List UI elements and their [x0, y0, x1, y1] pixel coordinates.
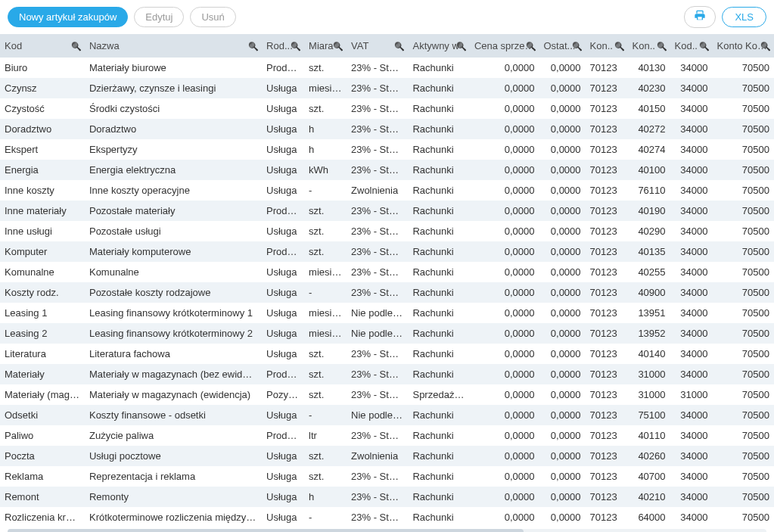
search-icon[interactable]: 🔍	[699, 41, 710, 51]
table-row[interactable]: PaliwoZużycie paliwaProduktltr23% - Staw…	[0, 425, 774, 446]
cell-kon1: 70123	[586, 487, 628, 507]
table-row[interactable]: Leasing 2Leasing finansowy krótkotermino…	[0, 323, 774, 344]
cell-kon2: 40110	[628, 425, 670, 446]
table-row[interactable]: ReklamaReprezentacja i reklamaUsługaszt.…	[0, 466, 774, 487]
cell-aktywny: Rachunki	[408, 507, 469, 527]
cell-kod: Reklama	[0, 466, 85, 487]
cell-kod: Literatura	[0, 344, 85, 364]
cell-rodz: Usługa	[262, 507, 304, 527]
search-icon[interactable]: 🔍	[526, 41, 536, 51]
column-header-aktywny[interactable]: Aktywny w🔍	[408, 34, 469, 58]
column-header-miara[interactable]: Miara🔍	[304, 34, 347, 58]
cell-kod2: 34000	[670, 160, 713, 180]
cell-aktywny: Rachunki	[408, 425, 469, 446]
search-icon[interactable]: 🔍	[657, 41, 667, 51]
cell-nazwa: Koszty finansowe - odsetki	[85, 405, 262, 425]
cell-ostat: 0,0000	[539, 241, 586, 262]
cell-rodz: Produkt	[262, 58, 304, 78]
column-header-vat[interactable]: VAT🔍	[347, 34, 408, 58]
scrollbar-thumb[interactable]	[8, 529, 524, 532]
table-row[interactable]: PocztaUsługi pocztoweUsługaszt.Zwolnieni…	[0, 446, 774, 466]
cell-kod2: 34000	[670, 303, 713, 323]
column-header-kod2[interactable]: Kod..🔍	[670, 34, 713, 58]
new-item-button[interactable]: Nowy artykuł zakupów	[8, 7, 128, 27]
cell-konto: 70500	[713, 78, 774, 98]
delete-button[interactable]: Usuń	[190, 7, 235, 27]
horizontal-scrollbar[interactable]	[8, 529, 766, 532]
cell-cena: 0,0000	[470, 466, 539, 487]
search-icon[interactable]: 🔍	[333, 41, 343, 51]
edit-button[interactable]: Edytuj	[134, 7, 184, 27]
search-icon[interactable]: 🔍	[248, 41, 259, 51]
search-icon[interactable]: 🔍	[456, 41, 467, 51]
table-row[interactable]: OdsetkiKoszty finansowe - odsetkiUsługa-…	[0, 405, 774, 425]
search-icon[interactable]: 🔍	[572, 41, 583, 51]
table-row[interactable]: CzynszDzierżawy, czynsze i leasingiUsług…	[0, 78, 774, 98]
table-row[interactable]: Koszty rodz.Pozostałe koszty rodzajoweUs…	[0, 282, 774, 303]
cell-konto: 70500	[713, 323, 774, 344]
cell-kon2: 13952	[628, 323, 670, 344]
cell-vat: Zwolnienia	[347, 180, 408, 201]
table-row[interactable]: Rozliczenia krótkieKrótkoterminowe rozli…	[0, 507, 774, 527]
table-row[interactable]: Inne kosztyInne koszty operacyjneUsługa-…	[0, 180, 774, 201]
column-header-nazwa[interactable]: Nazwa🔍	[85, 34, 262, 58]
cell-kod2: 34000	[670, 487, 713, 507]
cell-kon2: 40272	[628, 119, 670, 139]
table-row[interactable]: KomputerMateriały komputeroweProduktszt.…	[0, 241, 774, 262]
table-row[interactable]: KomunalneKomunalneUsługamiesiąc23% - Sta…	[0, 262, 774, 282]
print-button[interactable]	[684, 6, 716, 28]
table-row[interactable]: RemontRemontyUsługah23% - Staw...Rachunk…	[0, 487, 774, 507]
cell-miara: h	[304, 119, 347, 139]
cell-nazwa: Energia elektryczna	[85, 160, 262, 180]
cell-kon2: 40255	[628, 262, 670, 282]
search-icon[interactable]: 🔍	[71, 41, 82, 51]
table-row[interactable]: LiteraturaLiteratura fachowaUsługaszt.23…	[0, 344, 774, 364]
cell-cena: 0,0000	[470, 384, 539, 405]
table-row[interactable]: Inne materiałyPozostałe materiałyProdukt…	[0, 201, 774, 221]
cell-miara: h	[304, 139, 347, 160]
cell-konto: 70500	[713, 201, 774, 221]
column-header-kod[interactable]: Kod🔍	[0, 34, 85, 58]
cell-kod: Komputer	[0, 241, 85, 262]
table-row[interactable]: Inne usługiPozostałe usługiUsługaszt.23%…	[0, 221, 774, 241]
column-header-konto[interactable]: Konto Kos...🔍	[713, 34, 774, 58]
cell-rodz: Usługa	[262, 262, 304, 282]
cell-ostat: 0,0000	[539, 323, 586, 344]
table-row[interactable]: DoradztwoDoradztwoUsługah23% - Staw...Ra…	[0, 119, 774, 139]
cell-miara: h	[304, 487, 347, 507]
cell-kod2: 34000	[670, 405, 713, 425]
cell-rodz: Usługa	[262, 180, 304, 201]
column-header-kon2[interactable]: Kon..🔍	[628, 34, 670, 58]
search-icon[interactable]: 🔍	[614, 41, 625, 51]
cell-aktywny: Rachunki	[408, 160, 469, 180]
cell-aktywny: Rachunki	[408, 487, 469, 507]
table-row[interactable]: Materiały (magaz...Materiały w magazynac…	[0, 384, 774, 405]
table-row[interactable]: EkspertEkspertyzyUsługah23% - Staw...Rac…	[0, 139, 774, 160]
cell-ostat: 0,0000	[539, 78, 586, 98]
xls-button[interactable]: XLS	[722, 7, 766, 27]
cell-aktywny: Rachunki	[408, 98, 469, 119]
table-row[interactable]: MateriałyMateriały w magazynach (bez ewi…	[0, 364, 774, 384]
cell-rodz: Usługa	[262, 405, 304, 425]
column-header-ostat[interactable]: Ostat...🔍	[539, 34, 586, 58]
cell-ostat: 0,0000	[539, 139, 586, 160]
search-icon[interactable]: 🔍	[394, 41, 405, 51]
cell-konto: 70500	[713, 58, 774, 78]
cell-nazwa: Zużycie paliwa	[85, 425, 262, 446]
search-icon[interactable]: 🔍	[760, 41, 771, 51]
cell-aktywny: Rachunki	[408, 303, 469, 323]
column-header-cena[interactable]: Cena sprzed...🔍	[470, 34, 539, 58]
cell-nazwa: Reprezentacja i reklama	[85, 466, 262, 487]
column-header-rodz[interactable]: Rod...🔍	[262, 34, 304, 58]
table-row[interactable]: EnergiaEnergia elektrycznaUsługakWh23% -…	[0, 160, 774, 180]
cell-aktywny: Rachunki	[408, 344, 469, 364]
cell-vat: 23% - Staw...	[347, 507, 408, 527]
table-row[interactable]: Leasing 1Leasing finansowy krótkotermino…	[0, 303, 774, 323]
column-header-kon1[interactable]: Kon..🔍	[586, 34, 628, 58]
cell-kod: Poczta	[0, 446, 85, 466]
table-row[interactable]: BiuroMateriały biuroweProduktszt.23% - S…	[0, 58, 774, 78]
search-icon[interactable]: 🔍	[291, 41, 301, 51]
cell-konto: 70500	[713, 425, 774, 446]
cell-kod2: 34000	[670, 344, 713, 364]
table-row[interactable]: CzystośćŚrodki czystościUsługaszt.23% - …	[0, 98, 774, 119]
